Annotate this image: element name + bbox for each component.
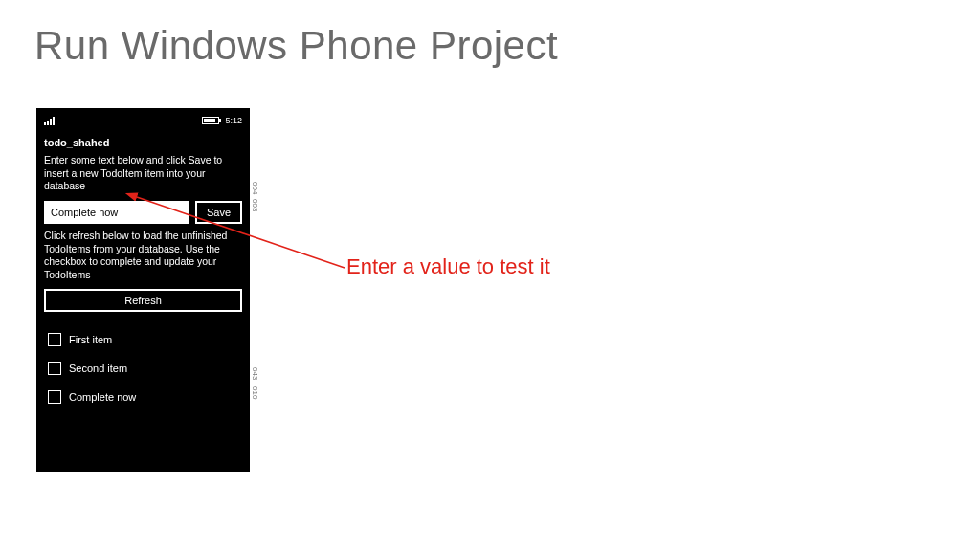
checkbox-icon[interactable] <box>48 333 61 346</box>
checkbox-icon[interactable] <box>48 390 61 404</box>
signal-icon <box>44 116 55 125</box>
scale-marker: 004 <box>251 182 259 194</box>
checkbox-icon[interactable] <box>48 362 61 375</box>
todo-list: First item Second item Complete now <box>44 325 242 411</box>
list-item-label: Complete now <box>69 391 136 403</box>
scale-marker: 010 <box>251 386 259 399</box>
save-button[interactable]: Save <box>195 201 242 224</box>
refresh-button[interactable]: Refresh <box>44 289 242 312</box>
todo-input[interactable] <box>44 201 189 224</box>
list-item[interactable]: Second item <box>44 354 242 383</box>
scale-marker: 043 <box>251 367 259 380</box>
scale-marker: 003 <box>251 199 259 211</box>
list-item[interactable]: Complete now <box>44 383 242 411</box>
app-title: todo_shahed <box>44 137 242 148</box>
annotation-text: Enter a value to test it <box>346 254 550 279</box>
phone-screenshot: 5:12 todo_shahed Enter some text below a… <box>36 108 250 472</box>
list-item-label: Second item <box>69 363 127 374</box>
slide-title: Run Windows Phone Project <box>34 23 558 69</box>
clock: 5:12 <box>225 116 242 125</box>
battery-icon <box>202 117 219 124</box>
instruction-refresh: Click refresh below to load the unfinish… <box>44 230 242 282</box>
list-item[interactable]: First item <box>44 325 242 354</box>
status-bar: 5:12 <box>44 114 242 127</box>
list-item-label: First item <box>69 334 112 345</box>
instruction-insert: Enter some text below and click Save to … <box>44 154 242 193</box>
